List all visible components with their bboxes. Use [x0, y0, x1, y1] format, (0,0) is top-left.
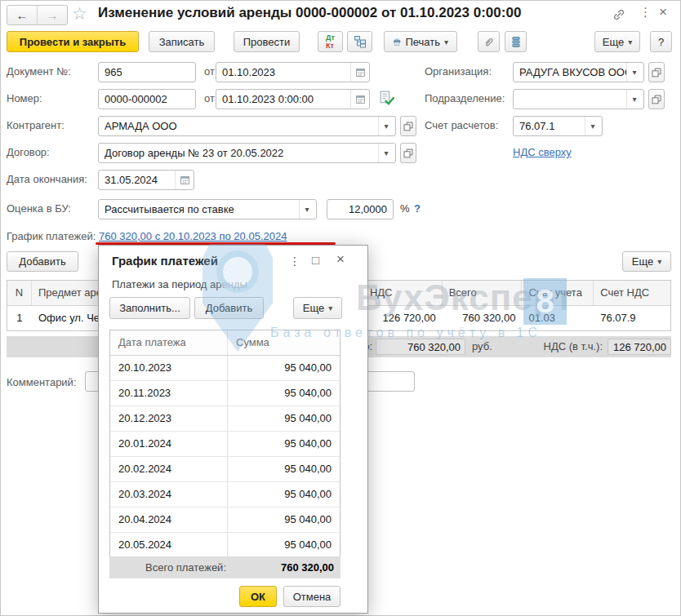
- dtkt-postings-button[interactable]: ДтКт: [318, 31, 343, 52]
- number-date-field[interactable]: 01.10.2023 0:00:00: [216, 89, 370, 109]
- rate-hint-icon[interactable]: ?: [414, 202, 421, 215]
- col-vat-account[interactable]: Счет НДС: [594, 281, 670, 305]
- doc-no-field[interactable]: 965: [98, 62, 196, 82]
- col-n[interactable]: N: [7, 281, 32, 305]
- doc-date-field[interactable]: 01.10.2023: [216, 62, 370, 82]
- totals-vat-value: 126 720,00: [608, 339, 671, 355]
- dialog-add-button[interactable]: Добавить: [194, 297, 264, 319]
- payment-sum[interactable]: 95 040,00: [228, 507, 340, 532]
- post-and-close-button[interactable]: Провести и закрыть: [7, 31, 139, 52]
- favorite-star-icon[interactable]: ☆: [72, 4, 87, 24]
- cell-vat[interactable]: 126 720,00: [363, 306, 443, 330]
- valuation-dropdown-icon[interactable]: ▾: [299, 200, 314, 219]
- number-field[interactable]: 0000-000002: [98, 89, 196, 109]
- register-records-button[interactable]: [505, 31, 527, 52]
- counterparty-open-button[interactable]: [400, 116, 416, 136]
- col-payment-date[interactable]: Дата платежа: [110, 330, 228, 355]
- schedule-link[interactable]: 760 320,00 с 20.10.2023 по 20.05.2024: [99, 230, 287, 242]
- vat-mode-link[interactable]: НДС сверху: [513, 146, 572, 158]
- contract-dropdown-icon[interactable]: ▾: [378, 144, 394, 162]
- totals-vat-label: НДС (в т.ч.):: [496, 340, 603, 352]
- payment-date[interactable]: 20.01.2024: [110, 432, 228, 456]
- payment-row[interactable]: 20.05.202495 040,00: [110, 533, 340, 557]
- valuation-combo[interactable]: Рассчитывается по ставке ▾: [98, 199, 317, 219]
- items-add-button[interactable]: Добавить: [7, 251, 78, 272]
- dialog-close-icon[interactable]: ×: [336, 251, 345, 268]
- settlement-account-combo[interactable]: 76.07.1 ▾: [513, 116, 603, 136]
- dialog-fill-button[interactable]: Заполнить...: [109, 297, 190, 319]
- department-dropdown-icon[interactable]: ▾: [626, 90, 642, 109]
- col-vat[interactable]: НДС: [363, 281, 443, 305]
- end-date-calendar-icon[interactable]: [175, 171, 194, 189]
- contract-open-button[interactable]: [400, 143, 416, 163]
- organization-open-button[interactable]: [648, 62, 665, 82]
- cell-n[interactable]: 1: [7, 306, 32, 330]
- payment-date[interactable]: 20.12.2023: [110, 406, 228, 431]
- organization-dropdown-icon[interactable]: ▾: [626, 63, 642, 82]
- payment-sum[interactable]: 95 040,00: [228, 482, 340, 507]
- post-button[interactable]: Провести: [234, 31, 300, 52]
- payment-date[interactable]: 20.04.2024: [110, 507, 228, 532]
- save-button[interactable]: Записать: [149, 31, 215, 52]
- dialog-ok-label: ОК: [251, 591, 265, 603]
- payment-row[interactable]: 20.11.202395 040,00: [110, 381, 340, 406]
- col-total[interactable]: Всего: [443, 281, 523, 305]
- number-date-calendar-icon[interactable]: [350, 90, 369, 109]
- payment-date[interactable]: 20.11.2023: [110, 381, 228, 405]
- items-more-button[interactable]: Еще▾: [622, 251, 671, 272]
- dialog-cancel-button[interactable]: Отмена: [283, 586, 340, 607]
- toolbar-more-button[interactable]: Еще▾: [594, 31, 640, 52]
- window-title: Изменение условий аренды 0000-000002 от …: [98, 5, 521, 21]
- paperclip-icon: [483, 36, 495, 48]
- payment-date[interactable]: 20.02.2024: [110, 457, 228, 481]
- contract-combo[interactable]: Договор аренды № 23 от 20.05.2022 ▾: [98, 143, 396, 163]
- payment-row[interactable]: 20.02.202495 040,00: [110, 457, 340, 482]
- cell-vat-account[interactable]: 76.07.9: [594, 306, 670, 330]
- doc-date-calendar-icon[interactable]: [350, 63, 369, 82]
- attachments-button[interactable]: [478, 31, 500, 52]
- col-account[interactable]: Счет учета: [522, 281, 594, 305]
- department-combo[interactable]: ▾: [513, 89, 644, 109]
- cell-account[interactable]: 01.03: [522, 306, 594, 330]
- payment-date[interactable]: 20.10.2023: [110, 356, 228, 380]
- titlebar-menu-icon[interactable]: ⋮: [639, 5, 652, 20]
- end-date-field[interactable]: 31.05.2024: [98, 170, 194, 190]
- copy-link-icon[interactable]: [612, 7, 626, 22]
- counterparty-dropdown-icon[interactable]: ▾: [378, 117, 394, 135]
- col-payment-sum[interactable]: Сумма: [228, 330, 340, 355]
- dialog-ok-button[interactable]: ОК: [239, 586, 277, 607]
- payment-sum[interactable]: 95 040,00: [228, 406, 340, 431]
- payment-sum[interactable]: 95 040,00: [228, 356, 340, 380]
- payment-sum[interactable]: 95 040,00: [228, 432, 340, 456]
- payment-row[interactable]: 20.10.202395 040,00: [110, 356, 340, 381]
- payment-row[interactable]: 20.04.202495 040,00: [110, 507, 340, 533]
- payment-date[interactable]: 20.03.2024: [110, 482, 228, 507]
- cell-total[interactable]: 760 320,00: [443, 306, 523, 330]
- help-button[interactable]: ?: [650, 31, 672, 52]
- print-button[interactable]: Печать ▾: [384, 31, 457, 52]
- payment-row[interactable]: 20.03.202495 040,00: [110, 482, 340, 507]
- items-more-label: Еще: [632, 255, 653, 268]
- payment-sum[interactable]: 95 040,00: [228, 381, 340, 405]
- lease-change-window: ← → ☆ Изменение условий аренды 0000-0000…: [0, 0, 681, 616]
- dialog-more-button[interactable]: Еще▾: [293, 297, 342, 319]
- window-close-icon[interactable]: ×: [659, 4, 667, 20]
- rate-field[interactable]: 12,0000: [327, 199, 394, 219]
- payment-sum[interactable]: 95 040,00: [228, 457, 340, 481]
- payment-row[interactable]: 20.12.202395 040,00: [110, 406, 340, 432]
- counterparty-combo[interactable]: АРМАДА ООО ▾: [98, 116, 396, 136]
- settlement-account-dropdown-icon[interactable]: ▾: [585, 117, 600, 135]
- payment-row[interactable]: 20.01.202495 040,00: [110, 432, 340, 457]
- document-structure-button[interactable]: [347, 31, 372, 52]
- forward-button[interactable]: →: [38, 6, 67, 24]
- dialog-maximize-icon[interactable]: □: [312, 253, 319, 267]
- organization-combo[interactable]: РАДУГА ВКУСОВ ООО ▾: [513, 62, 644, 82]
- payment-sum[interactable]: 95 040,00: [228, 533, 340, 557]
- department-open-button[interactable]: [648, 89, 665, 109]
- payment-date[interactable]: 20.05.2024: [110, 533, 228, 557]
- doc-check-icon[interactable]: [378, 90, 395, 109]
- dialog-menu-icon[interactable]: ⋮: [289, 255, 300, 268]
- back-button[interactable]: ←: [7, 6, 38, 24]
- organization-label: Организация:: [425, 65, 492, 78]
- comment-label: Комментарий:: [7, 376, 77, 388]
